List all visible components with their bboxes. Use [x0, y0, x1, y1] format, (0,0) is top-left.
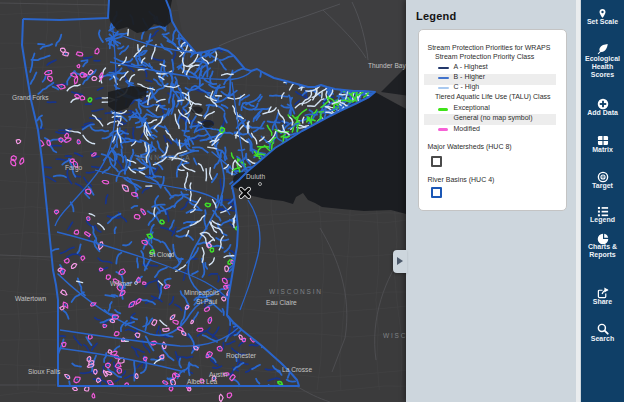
svg-text:Duluth: Duluth: [246, 173, 265, 180]
svg-text:Eau Claire: Eau Claire: [266, 299, 297, 306]
svg-text:Thunder Bay: Thunder Bay: [368, 62, 406, 70]
svg-text:Sioux Falls: Sioux Falls: [28, 368, 61, 375]
svg-text:St Paul: St Paul: [196, 298, 218, 305]
svg-text:Fargo: Fargo: [65, 164, 83, 172]
svg-text:M I N N E S O T A: M I N N E S O T A: [137, 154, 190, 161]
svg-text:Grand Forks: Grand Forks: [12, 94, 49, 101]
svg-text:Rochester: Rochester: [226, 352, 257, 359]
svg-text:Albert Lea: Albert Lea: [187, 378, 217, 385]
svg-text:La Crosse: La Crosse: [282, 366, 312, 373]
svg-text:Willmar: Willmar: [110, 280, 133, 287]
svg-text:Minneapolis: Minneapolis: [184, 289, 220, 297]
svg-text:Austin: Austin: [209, 371, 228, 378]
svg-text:Watertown: Watertown: [15, 295, 47, 302]
svg-text:W I S C O N S I N: W I S C O N S I N: [269, 288, 321, 295]
svg-text:St Cloud: St Cloud: [149, 251, 175, 258]
